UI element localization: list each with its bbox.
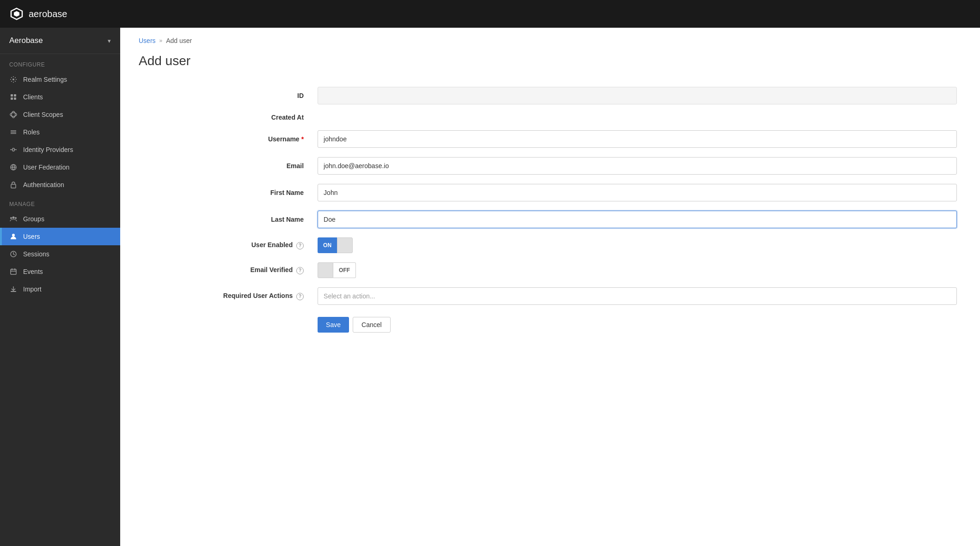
last-name-label: Last Name (139, 206, 313, 233)
auth-icon (9, 181, 18, 189)
form-action-buttons: Save Cancel (318, 317, 957, 333)
svg-rect-28 (11, 291, 16, 292)
first-name-input[interactable] (318, 184, 957, 201)
email-verified-help-icon[interactable]: ? (296, 267, 304, 274)
realm-name: Aerobase (9, 36, 43, 45)
first-name-label: First Name (139, 179, 313, 206)
toggle-off-text[interactable]: OFF (333, 262, 356, 278)
realm-selector[interactable]: Aerobase ▾ (0, 28, 120, 54)
events-icon (9, 267, 18, 276)
email-input[interactable] (318, 157, 957, 175)
clients-icon (9, 93, 18, 101)
logo: aerobase (9, 6, 67, 21)
scopes-icon (9, 110, 18, 119)
email-label: Email (139, 152, 313, 179)
sidebar-item-groups[interactable]: Groups (0, 210, 120, 228)
sidebar-item-roles[interactable]: Roles (0, 123, 120, 141)
settings-icon (9, 75, 18, 84)
id-input-readonly (318, 87, 957, 104)
sidebar-item-clients[interactable]: Clients (0, 88, 120, 106)
username-label: Username* (139, 126, 313, 152)
user-enabled-help-icon[interactable]: ? (296, 242, 304, 249)
sidebar-item-identity-providers[interactable]: Identity Providers (0, 141, 120, 158)
sidebar-item-clients-label: Clients (23, 93, 43, 101)
configure-label: Configure (0, 54, 120, 71)
svg-rect-17 (11, 184, 16, 188)
svg-rect-23 (11, 269, 16, 274)
toggle-on-label[interactable]: ON (318, 237, 337, 253)
first-name-field-wrapper (313, 179, 962, 206)
svg-point-8 (12, 111, 15, 118)
created-at-label: Created At (139, 109, 313, 126)
sidebar-item-authentication[interactable]: Authentication (0, 176, 120, 194)
sidebar-item-user-federation-label: User Federation (23, 164, 69, 171)
sidebar-item-client-scopes[interactable]: Client Scopes (0, 106, 120, 123)
page-title: Add user (139, 54, 962, 68)
sidebar-item-groups-label: Groups (23, 215, 44, 223)
field-email-verified-row: Email Verified ? OFF (139, 258, 962, 283)
svg-point-21 (12, 234, 15, 237)
sidebar-item-events-label: Events (23, 268, 43, 275)
user-enabled-field-wrapper: ON (313, 233, 962, 258)
breadcrumb-current: Add user (166, 37, 192, 44)
required-actions-select[interactable]: Select an action... (318, 287, 957, 305)
cancel-button[interactable]: Cancel (353, 317, 391, 333)
field-last-name-row: Last Name (139, 206, 962, 233)
last-name-input[interactable] (318, 211, 957, 228)
sidebar-item-authentication-label: Authentication (23, 181, 64, 188)
username-required: * (301, 135, 304, 143)
sidebar-item-sessions-label: Sessions (23, 250, 49, 258)
created-at-field-wrapper (313, 109, 962, 126)
email-verified-field-wrapper: OFF (313, 258, 962, 283)
svg-rect-6 (14, 97, 16, 100)
id-field-wrapper (313, 82, 962, 109)
user-enabled-label: User Enabled ? (139, 233, 313, 258)
sidebar-item-import-label: Import (23, 285, 42, 293)
roles-icon (9, 128, 18, 136)
content-area: Users » Add user Add user ID Created At (120, 28, 980, 546)
identity-icon (9, 146, 18, 154)
sidebar-item-sessions[interactable]: Sessions (0, 245, 120, 263)
chevron-down-icon: ▾ (108, 37, 111, 44)
field-user-enabled-row: User Enabled ? ON (139, 233, 962, 258)
breadcrumb-parent-link[interactable]: Users (139, 37, 156, 44)
required-actions-label: Required User Actions ? (139, 283, 313, 309)
toggle-off-handle[interactable] (337, 237, 353, 253)
sidebar-item-realm-settings[interactable]: Realm Settings (0, 71, 120, 88)
sidebar-item-events[interactable]: Events (0, 263, 120, 280)
field-required-actions-row: Required User Actions ? Select an action… (139, 283, 962, 309)
user-enabled-toggle[interactable]: ON (318, 237, 957, 253)
toggle-off-left-handle[interactable] (318, 262, 333, 278)
svg-point-2 (12, 79, 14, 80)
svg-rect-4 (14, 94, 16, 97)
sidebar-item-users-label: Users (23, 233, 40, 240)
sidebar-item-users[interactable]: Users (0, 228, 120, 245)
import-icon (9, 285, 18, 293)
users-icon (9, 232, 18, 241)
buttons-wrapper: Save Cancel (313, 309, 962, 337)
svg-rect-3 (11, 94, 13, 97)
email-verified-label: Email Verified ? (139, 258, 313, 283)
id-label: ID (139, 82, 313, 109)
svg-rect-5 (11, 97, 13, 100)
sidebar-item-roles-label: Roles (23, 128, 40, 136)
sessions-icon (9, 250, 18, 258)
sidebar-item-user-federation[interactable]: User Federation (0, 158, 120, 176)
email-field-wrapper (313, 152, 962, 179)
email-verified-toggle[interactable]: OFF (318, 262, 957, 278)
sidebar-configure-section: Configure Realm Settings (0, 54, 120, 194)
required-actions-field-wrapper: Select an action... (313, 283, 962, 309)
svg-marker-1 (14, 11, 19, 17)
save-button[interactable]: Save (318, 317, 349, 333)
sidebar: Aerobase ▾ Configure Realm Settings (0, 28, 120, 546)
breadcrumb-separator: » (159, 37, 163, 44)
field-created-at-row: Created At (139, 109, 962, 126)
manage-label: Manage (0, 194, 120, 210)
username-field-wrapper (313, 126, 962, 152)
field-id-row: ID (139, 82, 962, 109)
sidebar-item-import[interactable]: Import (0, 280, 120, 298)
required-actions-help-icon[interactable]: ? (296, 293, 304, 300)
field-first-name-row: First Name (139, 179, 962, 206)
username-input[interactable] (318, 130, 957, 148)
svg-point-19 (10, 217, 12, 219)
